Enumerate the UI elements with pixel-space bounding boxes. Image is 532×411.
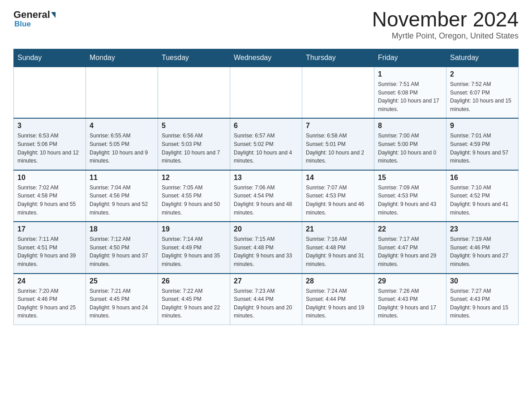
day-info: Sunrise: 7:20 AMSunset: 4:46 PMDaylight:… (17, 287, 82, 320)
day-number: 7 (306, 122, 370, 130)
calendar-cell: 20Sunrise: 7:15 AMSunset: 4:48 PMDayligh… (230, 222, 302, 273)
day-number: 21 (306, 225, 370, 233)
logo-general-text: General (13, 9, 50, 21)
day-info: Sunrise: 7:04 AMSunset: 4:56 PMDaylight:… (90, 184, 154, 217)
day-number: 5 (162, 122, 226, 130)
calendar-cell: 9Sunrise: 7:01 AMSunset: 4:59 PMDaylight… (446, 118, 519, 170)
day-info: Sunrise: 7:23 AMSunset: 4:44 PMDaylight:… (234, 287, 298, 320)
day-number: 3 (17, 122, 82, 130)
day-info: Sunrise: 7:07 AMSunset: 4:53 PMDaylight:… (306, 184, 370, 217)
day-info: Sunrise: 7:24 AMSunset: 4:44 PMDaylight:… (306, 287, 370, 320)
day-info: Sunrise: 6:55 AMSunset: 5:05 PMDaylight:… (90, 132, 154, 165)
day-info: Sunrise: 7:06 AMSunset: 4:54 PMDaylight:… (234, 184, 298, 217)
calendar-table: SundayMondayTuesdayWednesdayThursdayFrid… (13, 49, 519, 325)
day-number: 8 (378, 122, 442, 130)
calendar-cell: 6Sunrise: 6:57 AMSunset: 5:02 PMDaylight… (230, 118, 302, 170)
calendar-cell: 15Sunrise: 7:09 AMSunset: 4:53 PMDayligh… (374, 170, 446, 222)
calendar-cell: 8Sunrise: 7:00 AMSunset: 5:00 PMDaylight… (374, 118, 446, 170)
calendar-cell (158, 67, 230, 118)
calendar-week-row: 3Sunrise: 6:53 AMSunset: 5:06 PMDaylight… (14, 118, 519, 170)
calendar-cell (86, 67, 158, 118)
day-info: Sunrise: 7:22 AMSunset: 4:45 PMDaylight:… (162, 287, 226, 320)
day-number: 25 (90, 277, 154, 285)
calendar-cell: 13Sunrise: 7:06 AMSunset: 4:54 PMDayligh… (230, 170, 302, 222)
day-info: Sunrise: 6:57 AMSunset: 5:02 PMDaylight:… (234, 132, 298, 165)
day-number: 15 (378, 174, 442, 182)
day-info: Sunrise: 7:00 AMSunset: 5:00 PMDaylight:… (378, 132, 442, 165)
day-info: Sunrise: 7:51 AMSunset: 6:08 PMDaylight:… (378, 80, 442, 113)
day-info: Sunrise: 7:21 AMSunset: 4:45 PMDaylight:… (90, 287, 154, 320)
day-number: 28 (306, 277, 370, 285)
day-number: 12 (162, 174, 226, 182)
day-info: Sunrise: 6:53 AMSunset: 5:06 PMDaylight:… (17, 132, 82, 165)
calendar-col-saturday: Saturday (446, 49, 519, 67)
calendar-cell: 25Sunrise: 7:21 AMSunset: 4:45 PMDayligh… (86, 274, 158, 325)
day-number: 20 (234, 225, 298, 233)
calendar-cell: 17Sunrise: 7:11 AMSunset: 4:51 PMDayligh… (14, 222, 86, 273)
day-info: Sunrise: 6:58 AMSunset: 5:01 PMDaylight:… (306, 132, 370, 165)
calendar-col-friday: Friday (374, 49, 446, 67)
day-info: Sunrise: 7:12 AMSunset: 4:50 PMDaylight:… (90, 235, 154, 268)
day-number: 27 (234, 277, 298, 285)
calendar-cell: 19Sunrise: 7:14 AMSunset: 4:49 PMDayligh… (158, 222, 230, 273)
day-number: 1 (378, 70, 442, 78)
day-number: 13 (234, 174, 298, 182)
day-number: 30 (450, 277, 515, 285)
calendar-cell: 26Sunrise: 7:22 AMSunset: 4:45 PMDayligh… (158, 274, 230, 325)
calendar-col-monday: Monday (86, 49, 158, 67)
day-number: 22 (378, 225, 442, 233)
calendar-week-row: 1Sunrise: 7:51 AMSunset: 6:08 PMDaylight… (14, 67, 519, 118)
day-info: Sunrise: 7:16 AMSunset: 4:48 PMDaylight:… (306, 235, 370, 268)
day-number: 10 (17, 174, 82, 182)
calendar-cell: 22Sunrise: 7:17 AMSunset: 4:47 PMDayligh… (374, 222, 446, 273)
calendar-week-row: 24Sunrise: 7:20 AMSunset: 4:46 PMDayligh… (14, 274, 519, 325)
calendar-header-row: SundayMondayTuesdayWednesdayThursdayFrid… (14, 49, 519, 67)
calendar-cell: 18Sunrise: 7:12 AMSunset: 4:50 PMDayligh… (86, 222, 158, 273)
day-number: 19 (162, 225, 226, 233)
day-number: 11 (90, 174, 154, 182)
calendar-cell: 7Sunrise: 6:58 AMSunset: 5:01 PMDaylight… (302, 118, 374, 170)
calendar-cell: 1Sunrise: 7:51 AMSunset: 6:08 PMDaylight… (374, 67, 446, 118)
day-info: Sunrise: 7:26 AMSunset: 4:43 PMDaylight:… (378, 287, 442, 320)
calendar-cell (302, 67, 374, 118)
day-number: 26 (162, 277, 226, 285)
day-info: Sunrise: 7:09 AMSunset: 4:53 PMDaylight:… (378, 184, 442, 217)
calendar-cell: 10Sunrise: 7:02 AMSunset: 4:58 PMDayligh… (14, 170, 86, 222)
calendar-cell: 29Sunrise: 7:26 AMSunset: 4:43 PMDayligh… (374, 274, 446, 325)
day-number: 4 (90, 122, 154, 130)
day-info: Sunrise: 7:10 AMSunset: 4:52 PMDaylight:… (450, 184, 515, 217)
calendar-cell: 2Sunrise: 7:52 AMSunset: 6:07 PMDaylight… (446, 67, 519, 118)
day-number: 14 (306, 174, 370, 182)
day-info: Sunrise: 7:11 AMSunset: 4:51 PMDaylight:… (17, 235, 82, 268)
page-header: General Blue November 2024 Myrtle Point,… (13, 9, 519, 41)
calendar-cell: 3Sunrise: 6:53 AMSunset: 5:06 PMDaylight… (14, 118, 86, 170)
calendar-col-tuesday: Tuesday (158, 49, 230, 67)
day-info: Sunrise: 7:14 AMSunset: 4:49 PMDaylight:… (162, 235, 226, 268)
day-info: Sunrise: 7:02 AMSunset: 4:58 PMDaylight:… (17, 184, 82, 217)
day-number: 17 (17, 225, 82, 233)
calendar-week-row: 17Sunrise: 7:11 AMSunset: 4:51 PMDayligh… (14, 222, 519, 273)
calendar-cell: 11Sunrise: 7:04 AMSunset: 4:56 PMDayligh… (86, 170, 158, 222)
logo: General Blue (13, 9, 56, 29)
day-number: 23 (450, 225, 515, 233)
logo-blue-text: Blue (13, 20, 31, 29)
day-number: 24 (17, 277, 82, 285)
calendar-cell: 4Sunrise: 6:55 AMSunset: 5:05 PMDaylight… (86, 118, 158, 170)
day-info: Sunrise: 7:15 AMSunset: 4:48 PMDaylight:… (234, 235, 298, 268)
calendar-cell: 27Sunrise: 7:23 AMSunset: 4:44 PMDayligh… (230, 274, 302, 325)
calendar-cell: 23Sunrise: 7:19 AMSunset: 4:46 PMDayligh… (446, 222, 519, 273)
calendar-cell: 12Sunrise: 7:05 AMSunset: 4:55 PMDayligh… (158, 170, 230, 222)
calendar-cell: 21Sunrise: 7:16 AMSunset: 4:48 PMDayligh… (302, 222, 374, 273)
location-subtitle: Myrtle Point, Oregon, United States (372, 31, 519, 41)
calendar-col-thursday: Thursday (302, 49, 374, 67)
calendar-col-wednesday: Wednesday (230, 49, 302, 67)
day-info: Sunrise: 6:56 AMSunset: 5:03 PMDaylight:… (162, 132, 226, 165)
calendar-cell: 5Sunrise: 6:56 AMSunset: 5:03 PMDaylight… (158, 118, 230, 170)
day-number: 6 (234, 122, 298, 130)
calendar-cell: 16Sunrise: 7:10 AMSunset: 4:52 PMDayligh… (446, 170, 519, 222)
calendar-cell: 28Sunrise: 7:24 AMSunset: 4:44 PMDayligh… (302, 274, 374, 325)
day-info: Sunrise: 7:27 AMSunset: 4:43 PMDaylight:… (450, 287, 515, 320)
day-number: 16 (450, 174, 515, 182)
day-info: Sunrise: 7:05 AMSunset: 4:55 PMDaylight:… (162, 184, 226, 217)
month-title: November 2024 (372, 9, 519, 30)
